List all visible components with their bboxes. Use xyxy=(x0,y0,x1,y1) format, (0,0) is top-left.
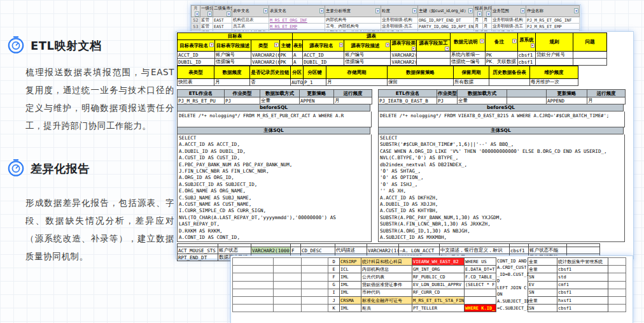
col-header: 维护频度 xyxy=(530,66,578,79)
cell: 全量 xyxy=(458,97,507,104)
filter-icon[interactable]: ▾ xyxy=(209,43,214,47)
cell: 月 xyxy=(214,79,250,86)
etl-job-table: ETL作业名 作业类型 数据加载方式 更新策略 运行频度 PJ_M_RS_ET_… xyxy=(177,89,372,104)
filter-icon[interactable]: ▾ xyxy=(412,47,416,51)
table-row: J CRSMA 标准化金融许可证号 M_RS_ET_ETL_STA_FIN_LI… xyxy=(233,296,626,304)
alias-cell: I xyxy=(328,289,340,296)
source-group-header: 源表 xyxy=(292,33,450,40)
alias-cell: D xyxy=(328,258,340,266)
filter-icon[interactable]: ▾ xyxy=(531,43,535,48)
cell xyxy=(417,59,451,66)
col-header: 数据元说明▾ xyxy=(450,33,485,52)
cell: GM_INT_ORG xyxy=(412,266,465,273)
table-row: I IML 币种代码 RF_CURR_CD SN cbsf1 xyxy=(233,289,626,296)
table-row: 快照表 月 否 AUTO P_1 月 保留 所有数据 每月维护一次 xyxy=(178,79,578,86)
filter-icon[interactable]: ▾ xyxy=(412,8,417,13)
cell: ACCT_ID xyxy=(178,52,215,59)
cell xyxy=(302,305,328,312)
main-sql-text: SELECT SUBSTR('#$CUR_BATCH_TIME#',1,6)||… xyxy=(378,134,625,242)
cell: IML xyxy=(340,281,361,289)
col-header: 报表▾ xyxy=(474,6,483,17)
filter-icon[interactable]: ▾ xyxy=(477,11,482,17)
cell: ICL xyxy=(340,266,361,273)
cell: 快照表 xyxy=(178,79,214,86)
cell xyxy=(465,289,496,296)
cell: 业务明细级-员工 xyxy=(381,24,418,30)
cell: PK xyxy=(279,59,292,66)
cell xyxy=(573,52,607,59)
col-header: 规则 xyxy=(536,33,573,52)
cell xyxy=(302,273,328,281)
cell xyxy=(233,281,274,289)
cell: cbsf1 xyxy=(517,59,535,66)
cell: PJ_M_RS_ET_ORG_INF xyxy=(526,17,580,24)
filter-icon[interactable]: ▾ xyxy=(227,11,231,17)
cell: 账户编号 xyxy=(214,52,251,59)
cell: cbsf1 xyxy=(557,305,608,312)
filter-icon[interactable]: ▾ xyxy=(480,39,484,43)
cell: EAST xyxy=(213,17,232,24)
cell: RF_CURR_CD xyxy=(412,289,465,296)
main-sql-text: SELECT A.ACCT_ID AS ACCT_ID, A.DUBIL_ID … xyxy=(177,134,372,242)
cell: 账户编号 xyxy=(344,52,391,59)
filter-icon[interactable]: ▾ xyxy=(195,11,199,17)
source-tables-table: D CRSIRP 统计科目和核心科目 VIEARW_WH_EAST_B2 WHE… xyxy=(232,257,626,312)
cell: IML xyxy=(340,305,361,312)
alias-cell: J xyxy=(328,296,340,304)
cell: PJ xyxy=(437,97,458,104)
cell: F xyxy=(291,247,301,254)
cell: PK xyxy=(485,52,517,59)
section-diff-report: 差异化报告 形成数据差异化报告，包括源表、字段、数据缺失情况分析，差异应对（源系… xyxy=(6,158,173,265)
col-header: 数据保留策略 xyxy=(388,66,454,79)
filter-icon[interactable]: ▾ xyxy=(521,8,525,13)
filter-icon[interactable]: ▾ xyxy=(207,11,212,17)
table-link[interactable]: M_RS_ET_ORG_INF xyxy=(269,17,325,24)
cell: PK、关联数据 xyxy=(485,59,517,66)
col-header: 分区 xyxy=(291,66,304,79)
alert-cell: WHERE K.ID_ xyxy=(465,305,496,312)
cell xyxy=(507,97,547,104)
filter-icon[interactable]: ▾ xyxy=(263,8,268,13)
cell xyxy=(274,266,302,273)
cell: WHERE US xyxy=(465,258,496,266)
cell xyxy=(465,296,496,304)
col-header: 主键 xyxy=(279,40,292,52)
col-header: ETL作业名 xyxy=(379,90,437,97)
table-link[interactable]: M_RS_ET_EMP xyxy=(269,24,325,30)
table-row: 52 监管 EAST 机构信息表 M_RS_ET_ORG_INF 内部机构号 业… xyxy=(192,17,580,24)
filter-icon[interactable]: ▾ xyxy=(468,8,473,13)
col-header: 保留周期 xyxy=(454,66,489,79)
filter-icon[interactable]: ▾ xyxy=(319,8,324,13)
filter-icon[interactable]: ▾ xyxy=(512,39,517,43)
col-header: 存储周期 xyxy=(326,66,388,79)
table-row: D CRSIRP 统计科目和核心科目 VIEARW_WH_EAST_B2 WHE… xyxy=(233,258,626,266)
filter-icon[interactable]: ▾ xyxy=(486,11,491,17)
filter-icon[interactable]: ▾ xyxy=(274,43,279,47)
cell: DUBIL_ID xyxy=(178,59,215,66)
cell xyxy=(608,273,626,281)
before-sql-text: DELETE /*+ nologging*/ FROM M_RS_ET_PUB_… xyxy=(177,111,372,127)
cell: APPEND xyxy=(547,97,587,104)
filter-icon[interactable]: ▾ xyxy=(574,8,578,13)
cell: PJ_M_RS_ET_EMP xyxy=(526,24,580,30)
cell: ACCT_ID xyxy=(303,52,344,59)
cell: VARCHAR2(1( xyxy=(367,247,399,254)
filter-icon[interactable]: ▾ xyxy=(386,43,390,47)
cell: VARCHAR2(60 xyxy=(251,52,279,59)
col-header: 源表字段描述▾ xyxy=(344,40,391,52)
cell: cmf1 xyxy=(557,281,608,289)
col-header: 二级集市分类▾ xyxy=(213,6,232,17)
cell: VARCHAR2(60) xyxy=(391,52,417,59)
cell: 月 xyxy=(474,17,483,24)
col-header: 主键（如cust_id,org_id）▾ xyxy=(418,6,474,17)
cell: SN xyxy=(528,289,557,296)
cell: 统计数据集中管理系统 xyxy=(557,258,608,266)
filter-icon[interactable]: ▾ xyxy=(339,43,344,47)
filter-icon[interactable]: ▾ xyxy=(445,47,449,51)
row-number: 52 xyxy=(192,17,200,24)
cell: 全量 xyxy=(528,296,557,304)
cell: EAST xyxy=(213,24,232,30)
cell: (SELECT * F xyxy=(465,281,496,289)
cell: PJ xyxy=(225,97,260,104)
filter-icon[interactable]: ▾ xyxy=(375,8,380,13)
